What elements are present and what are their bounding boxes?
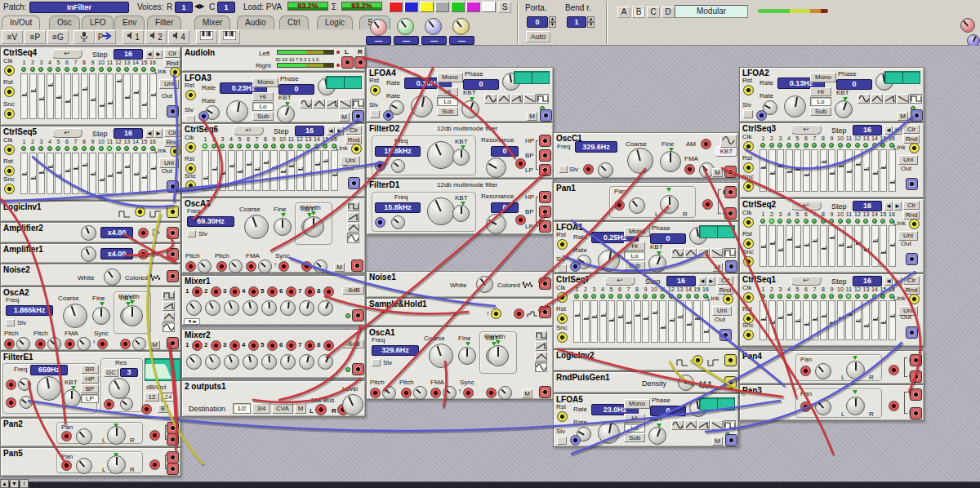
wave-r-button[interactable] xyxy=(326,99,338,109)
step-count-box[interactable]: 16 xyxy=(114,49,143,60)
freq-value-box[interactable]: 15.8kHz xyxy=(375,202,421,213)
sub-button[interactable]: Sub xyxy=(437,107,458,116)
module-pan2[interactable]: Pan2PanLRLR xyxy=(0,418,181,447)
module-ctrlseq6[interactable]: CtrlSeq6↩Step16◄►ClrRndClkRstSnc12345678… xyxy=(181,123,366,197)
tab-inout[interactable]: In/Out xyxy=(2,16,40,29)
pitch1-input-jack[interactable] xyxy=(370,388,381,398)
coarse-knob[interactable] xyxy=(627,148,653,174)
clear-button[interactable]: Clr xyxy=(345,126,362,135)
left-out-jack[interactable] xyxy=(167,422,179,434)
out-jack[interactable] xyxy=(906,253,918,265)
random-button[interactable]: Rnd xyxy=(903,211,920,220)
left-out-jack[interactable] xyxy=(910,388,922,401)
slave-input-jack[interactable] xyxy=(570,435,581,446)
module-rndpulsgen1[interactable]: RndPulsGen1Density xyxy=(553,371,739,393)
step-slider[interactable] xyxy=(862,225,870,267)
step-count-box[interactable]: 16 xyxy=(853,276,882,286)
step-slider[interactable] xyxy=(132,73,140,119)
freq-mod1-jack[interactable] xyxy=(6,379,16,390)
lo-button[interactable]: Lo xyxy=(252,102,274,111)
channel-6-input-jack[interactable] xyxy=(286,286,296,297)
module-lfoa5[interactable]: LFOA5RstRate23.0HzMonoPhase0HiLoSubKBTRa… xyxy=(553,393,739,447)
pitch1-knob[interactable] xyxy=(16,337,30,351)
uni-button[interactable]: Uni xyxy=(159,79,179,89)
module-mixer2[interactable]: Mixer212345678-6dB xyxy=(181,329,366,379)
random-button[interactable]: Rnd xyxy=(903,135,920,144)
slot-D-button[interactable]: D xyxy=(662,7,675,18)
pan-mod-jack[interactable] xyxy=(61,460,72,471)
patch-canvas[interactable]: CtrlSeq4↩Step16◄►ClrRndClkRstSnc12345678… xyxy=(0,46,980,481)
freq-value-box[interactable]: 659Hz xyxy=(30,365,68,375)
snc-output-jack[interactable] xyxy=(743,256,754,267)
out-jack[interactable] xyxy=(167,180,179,193)
step-dec-button[interactable]: ◄ xyxy=(145,129,154,138)
slave-input-jack[interactable] xyxy=(570,261,581,272)
step-slider[interactable] xyxy=(642,300,649,343)
slot-B-button[interactable]: B xyxy=(632,7,645,18)
slave-input-jack[interactable] xyxy=(198,111,209,122)
logic-out-jack[interactable] xyxy=(167,206,179,218)
step-slider[interactable] xyxy=(828,149,835,192)
wave-t-button[interactable] xyxy=(163,312,175,322)
module-audioin[interactable]: AudioInLeftRight30 20 10 7 5 3 2 1 0LR xyxy=(181,47,366,72)
scroll-button-2[interactable]: Ⅰ xyxy=(20,479,29,488)
fine-knob[interactable] xyxy=(274,218,292,236)
channel-2-input-jack[interactable] xyxy=(211,340,221,351)
fma-input-jack[interactable] xyxy=(430,388,441,398)
patch-name-box[interactable]: InFilter xyxy=(29,2,129,13)
left-out-jack[interactable] xyxy=(910,354,922,366)
step-slider[interactable] xyxy=(89,73,96,119)
tab-env[interactable]: Env xyxy=(114,16,145,29)
channel-8-knob[interactable] xyxy=(318,354,333,370)
mute-button[interactable]: M xyxy=(339,113,350,122)
loop-direction-button[interactable]: ↩ xyxy=(604,276,635,286)
step-slider[interactable] xyxy=(786,300,793,340)
clock-input-jack[interactable] xyxy=(491,308,501,319)
step-dec-button[interactable]: ◄ xyxy=(327,126,335,135)
sine-wave-button[interactable] xyxy=(720,135,737,148)
step-slider[interactable] xyxy=(608,300,615,343)
fine-knob[interactable] xyxy=(92,307,110,325)
resonance-value-box[interactable]: 0 xyxy=(491,146,519,157)
module-pan1[interactable]: Pan1PanLRLR xyxy=(553,182,739,221)
pan-mod-knob[interactable] xyxy=(815,399,831,415)
pan-mod-jack[interactable] xyxy=(800,401,811,412)
gc-button[interactable]: GC xyxy=(104,368,118,377)
mute-button[interactable]: M xyxy=(712,168,723,177)
mute-button[interactable]: M xyxy=(712,263,723,272)
step-slider[interactable] xyxy=(828,300,835,340)
swatch-0[interactable] xyxy=(389,2,403,12)
step-slider[interactable] xyxy=(47,73,54,119)
module-osca2[interactable]: OscA2Freq1.865kHzSlvCoarseFineKBTPWidthP… xyxy=(0,286,181,351)
rate-knob[interactable] xyxy=(598,250,620,272)
module-filtere1[interactable]: FilterE1Freq659HzKBTBRHPBPLPResGC3dB/Oct… xyxy=(0,351,181,418)
step-slider[interactable] xyxy=(828,225,835,267)
step-slider[interactable] xyxy=(760,300,767,340)
mute-button[interactable]: M xyxy=(334,263,345,272)
module-osca3[interactable]: OscA3Freq69.30HzSlvCoarseFineKBTPWidthPi… xyxy=(181,197,366,273)
loop-direction-button[interactable]: ↩ xyxy=(791,276,822,286)
step-slider[interactable] xyxy=(794,300,801,340)
module-filterd2[interactable]: FilterD212db multimode filterFreq15.8kHz… xyxy=(366,122,554,179)
step-slider[interactable] xyxy=(331,150,338,191)
resonance-knob[interactable] xyxy=(486,157,506,178)
rst-input-jack[interactable] xyxy=(370,85,381,95)
step-inc-button[interactable]: ► xyxy=(893,126,902,135)
pan-mod-knob[interactable] xyxy=(815,363,831,379)
res-knob[interactable] xyxy=(109,378,130,399)
mix-out-jack[interactable] xyxy=(352,309,364,322)
step-slider[interactable] xyxy=(20,73,28,119)
osc-out-jack[interactable] xyxy=(351,260,363,272)
freq-knob[interactable] xyxy=(427,141,455,169)
module-oscc1[interactable]: OscC1Freq329.6HzSlvCoarseFineAMFMAKBTM xyxy=(553,132,739,179)
speaker-1-icon[interactable]: 1 xyxy=(122,30,144,44)
lp-out-jack[interactable] xyxy=(539,220,551,233)
slv-button[interactable] xyxy=(370,110,380,118)
clk-input-jack[interactable] xyxy=(743,141,754,152)
pitch-input-jack[interactable] xyxy=(583,164,594,175)
speaker-2-icon[interactable]: 2 xyxy=(145,30,167,44)
rst-input-jack[interactable] xyxy=(743,85,754,95)
mixbus-l-jack[interactable] xyxy=(315,404,327,415)
slv-button[interactable] xyxy=(743,110,753,118)
logic-input-jack[interactable] xyxy=(135,206,145,217)
